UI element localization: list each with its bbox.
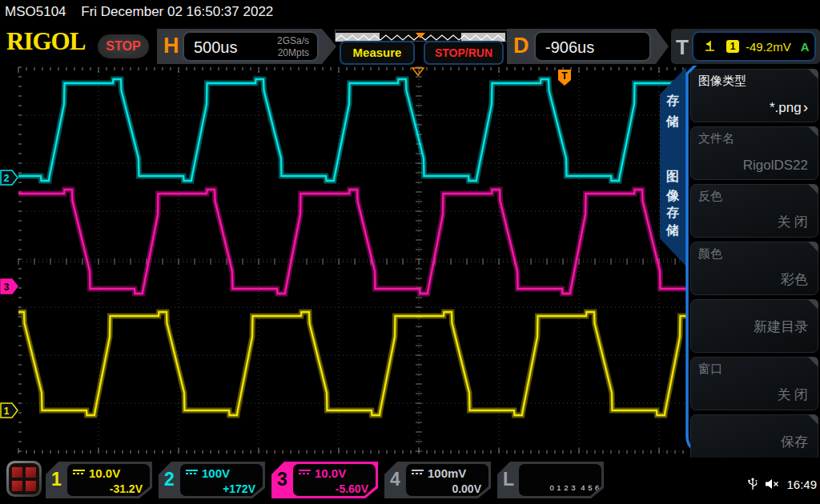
dc-coupling-icon (186, 470, 198, 478)
trigger-edge-icon (703, 40, 715, 53)
timebase-value: 500us (194, 38, 238, 57)
logic-channels-box[interactable]: L 0 1 2 3 4 5 6 7 8 9 10 11 12 13 14 15 (497, 462, 604, 498)
status-bar: 110.0V-31.2V2100V+172V310.0V-5.60V4100mV… (0, 458, 820, 504)
horizontal-settings-group[interactable]: H 500us 2GSa/s 20Mpts (157, 29, 336, 64)
menu-item-5[interactable]: 新建目录 (690, 299, 818, 353)
title-bar: MSO5104 Fri December 02 16:50:37 2022 (0, 0, 820, 24)
channel-grid-icon (9, 463, 39, 494)
trigger-mode: A (801, 40, 810, 54)
channel-number: 4 (390, 469, 400, 490)
horizontal-reference-marker[interactable] (412, 68, 424, 75)
side-tab-storage[interactable]: 存 (665, 94, 679, 107)
channel-marker-label: 3 (4, 282, 10, 293)
dc-coupling-icon (299, 470, 311, 478)
channel-marker-label: 1 (4, 406, 10, 417)
dc-coupling-icon (412, 470, 424, 478)
delay-box[interactable]: -906us (534, 31, 651, 62)
channel-offset: -31.2V (73, 482, 143, 495)
menu-item-value: 新建目录 (754, 317, 808, 335)
trigger-box[interactable]: 1 -49.2mV A (692, 31, 816, 62)
channel-scale: 10.0V (315, 466, 346, 480)
side-tab-image-storage[interactable]: 像 (665, 189, 680, 202)
waveform-record-bar[interactable] (335, 30, 508, 42)
side-tab-image-storage[interactable]: 图 (666, 170, 679, 183)
t-label: T (676, 35, 689, 60)
channel-scale: 100mV (428, 466, 466, 480)
menu-item-label: 反色 (698, 189, 722, 204)
acquisition-info: 2GSa/s 20Mpts (277, 35, 309, 59)
clock: 16:49 (786, 478, 817, 491)
datetime: Fri December 02 16:50:37 2022 (81, 4, 273, 19)
side-tab-image-storage[interactable]: 存 (665, 206, 679, 219)
speaker-muted-icon[interactable] (765, 478, 780, 490)
channel-4-status-box[interactable]: 4100mV0.00V (384, 462, 491, 498)
usb-icon (747, 477, 758, 491)
logic-channel-numbers: 0 1 2 3 4 5 6 7 8 9 10 11 12 13 14 15 (525, 466, 594, 504)
trigger-settings-group[interactable]: T 1 -49.2mV A (671, 29, 820, 64)
trigger-level: -49.2mV (746, 40, 791, 54)
delay-value: -906us (545, 38, 594, 57)
logic-label: L (503, 469, 514, 490)
d-label: D (513, 34, 529, 58)
chevron-right-icon: › (803, 98, 808, 115)
trigger-source-badge: 1 (726, 40, 739, 53)
channel-scale: 10.0V (89, 466, 120, 480)
menu-item-3[interactable]: 反色关 闭 (690, 184, 818, 238)
menu-item-value: 保存 (781, 432, 808, 450)
channel-number: 1 (51, 469, 62, 490)
model-name: MSO5104 (5, 4, 66, 19)
channel-number: 2 (164, 469, 175, 490)
run-state-indicator: STOP (98, 34, 149, 58)
measure-button[interactable]: Measure (340, 41, 415, 65)
menu-item-2[interactable]: 文件名RigolDS22 (690, 126, 818, 180)
menu-item-4[interactable]: 颜色彩色 (690, 242, 818, 295)
timebase-box[interactable]: 500us 2GSa/s 20Mpts (183, 31, 319, 62)
side-tab-image-storage[interactable]: 储 (665, 223, 679, 237)
channel-1-status-box[interactable]: 110.0V-31.2V (46, 462, 152, 498)
menu-item-value: 彩色 (781, 270, 808, 289)
toolbar: RIGOL STOP H 500us 2GSa/s 20Mpts Measure (0, 24, 820, 66)
stop-run-button[interactable]: STOP/RUN (424, 41, 504, 65)
channel-offset: -5.60V (299, 482, 368, 495)
channel-2-status-box[interactable]: 2100V+172V (159, 462, 265, 498)
oscilloscope-screen: 231T存储图像存储 MSO5104 Fri December 02 16:50… (0, 0, 820, 504)
channel-offset: +172V (186, 482, 255, 495)
channel-scale: 100V (202, 466, 230, 480)
side-tab-storage[interactable]: 储 (665, 114, 679, 128)
menu-item-label: 颜色 (698, 246, 722, 262)
channel-number: 3 (277, 469, 287, 490)
rigol-logo: RIGOL (6, 27, 85, 56)
delay-settings-group[interactable]: D -906us (507, 29, 669, 64)
menu-item-value: RigolDS22 (743, 158, 808, 174)
menu-item-6[interactable]: 窗口关 闭 (690, 357, 818, 410)
sample-rate: 2GSa/s (277, 35, 309, 46)
memory-depth: 20Mpts (278, 47, 309, 58)
menu-item-label: 窗口 (698, 362, 722, 377)
menu-item-value: 关 闭 (777, 386, 808, 404)
channel-offset: 0.00V (412, 482, 481, 495)
h-label: H (163, 34, 179, 58)
menu-item-label: 图像类型 (698, 74, 746, 89)
svg-text:T: T (561, 70, 568, 82)
menu-item-value: 关 闭 (777, 213, 808, 231)
menu-item-value: *.png› (770, 98, 808, 116)
menu-item-label: 文件名 (698, 131, 734, 146)
menu-item-1[interactable]: 图像类型*.png› (690, 69, 818, 122)
channel-marker-label: 2 (4, 173, 10, 184)
channel-grid-button[interactable] (6, 461, 42, 497)
dc-coupling-icon (73, 470, 85, 478)
channel-3-status-box[interactable]: 310.0V-5.60V (271, 462, 378, 498)
